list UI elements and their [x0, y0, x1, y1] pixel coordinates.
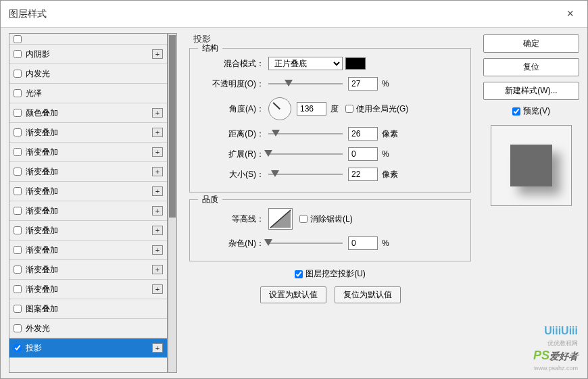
effect-item[interactable]: 渐变叠加+: [9, 280, 167, 299]
blend-mode-select[interactable]: 正片叠底: [268, 57, 343, 70]
default-buttons-row: 设置为默认值 复位为默认值: [189, 286, 471, 303]
spread-slider[interactable]: [268, 149, 343, 159]
angle-dial[interactable]: [268, 97, 291, 120]
watermarks: UiiiUiii 优优教程网 PS爱好者 www.psahz.com: [533, 324, 578, 373]
scrollbar-thumb[interactable]: [169, 35, 176, 218]
preview-box: [491, 125, 572, 206]
antialias-checkbox[interactable]: [299, 215, 308, 223]
scrollbar[interactable]: [168, 33, 177, 373]
add-effect-icon[interactable]: +: [152, 128, 163, 137]
effect-label: 外发光: [26, 323, 50, 334]
effect-item[interactable]: 内阴影+: [9, 45, 167, 64]
ok-button[interactable]: 确定: [483, 34, 579, 53]
effect-item[interactable]: 渐变叠加+: [9, 162, 167, 182]
effect-checkbox[interactable]: [14, 187, 22, 195]
settings-panel: 投影 结构 混合模式： 正片叠底 不透明度(O)： %: [180, 28, 481, 378]
close-icon[interactable]: ×: [561, 7, 579, 21]
add-effect-icon[interactable]: +: [152, 49, 163, 59]
cancel-button[interactable]: 复位: [483, 58, 579, 76]
structure-group: 结构 混合模式： 正片叠底 不透明度(O)： %: [189, 48, 471, 193]
effect-checkbox[interactable]: [14, 70, 22, 78]
add-effect-icon[interactable]: +: [152, 226, 163, 235]
contour-picker[interactable]: [268, 208, 293, 230]
effect-checkbox[interactable]: [14, 207, 22, 215]
effect-checkbox[interactable]: [14, 324, 22, 332]
effect-label: 渐变叠加: [26, 166, 58, 178]
effect-item[interactable]: 渐变叠加+: [9, 201, 167, 221]
watermark-1: UiiiUiii: [533, 324, 578, 338]
blend-mode-label: 混合模式：: [197, 58, 264, 70]
effect-checkbox[interactable]: [14, 50, 22, 58]
effect-checkbox[interactable]: [14, 226, 22, 234]
shadow-color-swatch[interactable]: [345, 57, 366, 70]
effect-item[interactable]: 投影+: [9, 338, 167, 358]
effect-item[interactable]: 渐变叠加+: [9, 182, 167, 201]
effect-checkbox[interactable]: [14, 148, 22, 156]
effect-item[interactable]: [9, 34, 167, 45]
effect-label: 渐变叠加: [26, 186, 58, 197]
effect-checkbox[interactable]: [14, 128, 22, 136]
effect-item[interactable]: 渐变叠加+: [9, 260, 167, 280]
effect-checkbox[interactable]: [14, 246, 22, 254]
effect-label: 渐变叠加: [26, 147, 58, 158]
effect-item[interactable]: 渐变叠加+: [9, 123, 167, 143]
contour-row: 等高线： 消除锯齿(L): [197, 208, 464, 230]
effect-checkbox[interactable]: [14, 266, 22, 274]
add-effect-icon[interactable]: +: [152, 186, 163, 196]
effects-panel: 内阴影+内发光光泽颜色叠加+渐变叠加+渐变叠加+渐变叠加+渐变叠加+渐变叠加+渐…: [1, 28, 180, 378]
effect-item[interactable]: 外发光: [9, 319, 167, 338]
angle-row: 角度(A)： 度 使用全局光(G): [197, 97, 464, 120]
spread-label: 扩展(R)：: [197, 149, 264, 160]
distance-slider[interactable]: [268, 129, 343, 138]
effect-label: 光泽: [26, 88, 42, 99]
noise-slider[interactable]: [268, 238, 343, 248]
noise-input[interactable]: [348, 236, 378, 250]
add-effect-icon[interactable]: +: [152, 284, 163, 294]
add-effect-icon[interactable]: +: [152, 147, 163, 157]
preview-checkbox[interactable]: [512, 107, 520, 116]
add-effect-icon[interactable]: +: [152, 343, 163, 353]
opacity-input[interactable]: [348, 77, 378, 91]
effect-item[interactable]: 光泽: [9, 84, 167, 103]
effect-item[interactable]: 颜色叠加+: [9, 103, 167, 123]
spread-input[interactable]: [348, 147, 378, 161]
effect-checkbox[interactable]: [14, 285, 22, 293]
effect-item[interactable]: 图案叠加: [9, 299, 167, 319]
add-effect-icon[interactable]: +: [152, 245, 163, 255]
global-light-checkbox[interactable]: [345, 105, 353, 113]
spread-row: 扩展(R)： %: [197, 147, 464, 161]
add-effect-icon[interactable]: +: [152, 265, 163, 274]
blend-mode-row: 混合模式： 正片叠底: [197, 57, 464, 70]
effect-item[interactable]: 渐变叠加+: [9, 221, 167, 241]
effect-checkbox[interactable]: [14, 35, 22, 43]
new-style-button[interactable]: 新建样式(W)...: [483, 82, 579, 100]
reset-default-button[interactable]: 复位为默认值: [335, 286, 401, 303]
add-effect-icon[interactable]: +: [152, 108, 163, 118]
opacity-slider[interactable]: [268, 79, 343, 89]
global-light-label: 使用全局光(G): [356, 103, 408, 115]
effect-label: 渐变叠加: [26, 245, 58, 256]
effect-item[interactable]: 内发光: [9, 64, 167, 84]
effect-item[interactable]: 渐变叠加+: [9, 143, 167, 162]
knockout-checkbox[interactable]: [295, 270, 303, 278]
effect-label: 图案叠加: [26, 303, 58, 315]
effect-checkbox[interactable]: [14, 89, 22, 97]
effect-checkbox[interactable]: [14, 305, 22, 313]
add-effect-icon[interactable]: +: [152, 167, 163, 176]
effect-label: 渐变叠加: [26, 225, 58, 236]
size-slider[interactable]: [268, 170, 343, 179]
opacity-label: 不透明度(O)：: [197, 78, 264, 90]
size-input[interactable]: [348, 168, 378, 181]
spread-unit: %: [382, 149, 389, 159]
set-default-button[interactable]: 设置为默认值: [260, 286, 326, 303]
size-unit: 像素: [382, 169, 398, 180]
distance-input[interactable]: [348, 127, 378, 141]
effect-checkbox[interactable]: [14, 168, 22, 176]
content-area: 内阴影+内发光光泽颜色叠加+渐变叠加+渐变叠加+渐变叠加+渐变叠加+渐变叠加+渐…: [1, 28, 587, 378]
antialias-label: 消除锯齿(L): [310, 213, 353, 225]
effect-item[interactable]: 渐变叠加+: [9, 241, 167, 260]
add-effect-icon[interactable]: +: [152, 206, 163, 216]
angle-input[interactable]: [297, 102, 326, 116]
effect-checkbox[interactable]: [14, 109, 22, 117]
effect-checkbox[interactable]: [14, 344, 22, 352]
